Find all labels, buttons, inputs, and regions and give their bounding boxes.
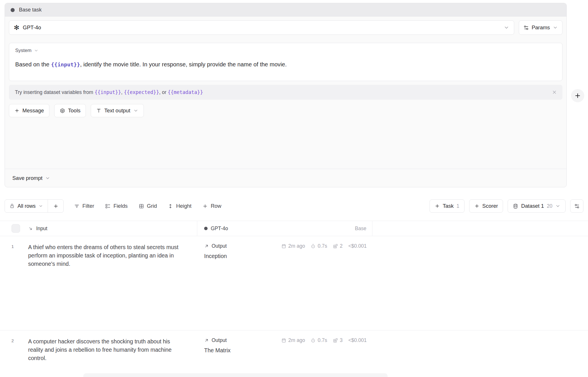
add-message-label: Message (22, 107, 44, 114)
task-card: Base task ✻ GPT-4o Params System Bas (5, 3, 567, 187)
model-status-dot (204, 227, 208, 230)
scorer-label: Scorer (482, 203, 498, 209)
results-table: Input GPT-4o Base 1 A thief who enters t… (0, 221, 588, 377)
task-title: Base task (19, 7, 42, 13)
lock-icon (9, 203, 15, 209)
save-prompt-label: Save prompt (12, 175, 42, 181)
text-output-label: Text output (104, 107, 130, 114)
add-scope-button[interactable] (48, 200, 63, 212)
hint-text: Try inserting dataset variables from {{i… (15, 89, 203, 95)
filter-button[interactable]: Filter (74, 203, 94, 209)
height-label: Height (176, 203, 191, 209)
dataset-label: Dataset 1 (521, 203, 544, 209)
text-output-button[interactable]: Text output (91, 104, 144, 117)
horizontal-scrollbar[interactable] (83, 373, 388, 377)
tools-hexagon-icon (60, 108, 65, 114)
all-rows-select[interactable]: All rows (5, 200, 48, 212)
arrow-up-right-icon (204, 338, 209, 343)
view-settings-button[interactable] (570, 199, 583, 213)
tokens-icon (333, 244, 338, 249)
arrow-down-right-icon (28, 226, 33, 231)
output-value: Inception (204, 253, 367, 259)
output-cell[interactable]: Output 2m ago 0.7s (197, 236, 372, 330)
timer-icon (311, 244, 316, 249)
save-prompt-button[interactable]: Save prompt (5, 169, 566, 187)
prompt-editor[interactable]: System Based on the {{input}}, identify … (9, 43, 562, 81)
dataset-count: 20 (547, 203, 552, 209)
chevron-down-icon (553, 25, 558, 30)
prompt-text[interactable]: Based on the {{input}}, identify the mov… (15, 61, 556, 68)
height-button[interactable]: Height (168, 203, 191, 209)
chevron-down-icon (38, 204, 43, 208)
timestamp: 2m ago (281, 243, 305, 249)
plus-icon (474, 203, 479, 209)
close-icon[interactable] (551, 89, 558, 96)
add-scorer-button[interactable]: Scorer (469, 199, 503, 213)
row-height-icon (168, 203, 173, 209)
plus-icon (14, 108, 20, 113)
output-label: Output (212, 243, 227, 249)
model-select[interactable]: ✻ GPT-4o (9, 20, 514, 35)
tools-label: Tools (68, 107, 80, 114)
message-role-select[interactable]: System (15, 48, 556, 53)
calendar-icon (281, 244, 286, 249)
grid-icon (139, 203, 144, 209)
tokens-icon (333, 338, 338, 343)
timestamp: 2m ago (281, 337, 305, 343)
table-header-row: Input GPT-4o Base (0, 221, 588, 236)
params-label: Params (532, 24, 550, 31)
output-value: The Matrix (204, 347, 367, 354)
input-cell[interactable]: A thief who enters the dreams of others … (25, 236, 197, 330)
tools-button[interactable]: Tools (54, 104, 86, 117)
cost: <$0.001 (348, 337, 367, 343)
params-button[interactable]: Params (519, 20, 562, 35)
add-message-button[interactable]: Message (9, 104, 49, 117)
sliders-icon (523, 25, 529, 30)
row-scope-control: All rows (5, 199, 64, 213)
token-count: 3 (333, 337, 343, 343)
timer-icon (311, 338, 316, 343)
column-header-input[interactable]: Input (25, 221, 197, 236)
table-row[interactable]: 2 A computer hacker discovers the shocki… (0, 330, 588, 377)
grid-button[interactable]: Grid (139, 203, 157, 209)
database-icon (513, 203, 518, 209)
row-number: 1 (0, 236, 25, 330)
grid-label: Grid (147, 203, 157, 209)
sliders-icon (574, 203, 580, 209)
output-label: Output (212, 337, 227, 343)
dataset-button[interactable]: Dataset 1 20 (508, 199, 566, 213)
chevron-down-icon (45, 176, 50, 181)
input-cell[interactable]: A computer hacker discovers the shocking… (25, 330, 197, 377)
add-task-button[interactable]: Task 1 (430, 199, 465, 213)
filter-label: Filter (82, 203, 94, 209)
plus-icon (435, 203, 440, 209)
arrow-up-right-icon (204, 244, 209, 249)
chevron-down-icon (133, 108, 138, 113)
fields-label: Fields (113, 203, 127, 209)
output-cell[interactable]: Output 2m ago 0.7s (197, 330, 372, 377)
model-name: GPT-4o (23, 24, 41, 31)
task-count: 1 (457, 203, 459, 209)
select-all-checkbox[interactable] (11, 224, 20, 233)
add-task-panel-button[interactable] (571, 89, 584, 102)
duration: 0.7s (311, 243, 327, 249)
plus-icon (202, 203, 208, 209)
chevron-down-icon (34, 48, 38, 53)
duration: 0.7s (311, 337, 327, 343)
task-label: Task (443, 203, 454, 209)
row-number: 2 (0, 330, 25, 377)
text-type-icon (96, 108, 101, 113)
calendar-icon (281, 338, 286, 343)
table-row[interactable]: 1 A thief who enters the dreams of other… (0, 236, 588, 330)
openai-logo-icon: ✻ (14, 24, 19, 31)
variables-hint-bar: Try inserting dataset variables from {{i… (9, 85, 562, 100)
task-card-header: Base task (5, 3, 566, 17)
chevron-down-icon (504, 25, 509, 30)
variant-label: Base (355, 226, 366, 232)
add-row-button[interactable]: Row (202, 203, 221, 209)
column-header-model[interactable]: GPT-4o Base (197, 221, 372, 236)
chevron-down-icon (555, 203, 560, 209)
all-rows-label: All rows (18, 203, 36, 209)
fields-button[interactable]: Fields (105, 203, 127, 209)
filter-icon (74, 203, 80, 209)
